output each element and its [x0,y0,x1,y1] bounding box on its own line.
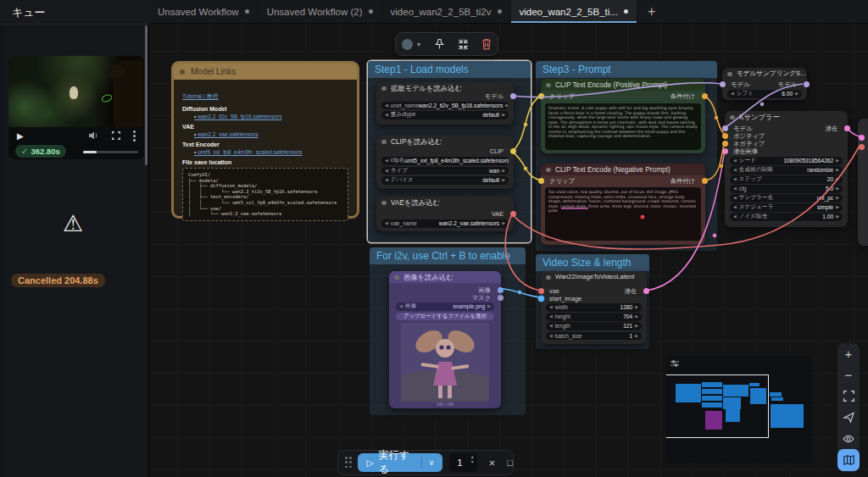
tutorial-links[interactable]: Tutorial | 教程 [182,93,219,99]
new-workflow-button[interactable]: + [637,0,665,23]
decrement-icon[interactable]: ◀ [385,157,388,165]
widget-unet-name[interactable]: ◀ unet_name wan2.2_ti2v_5B_fp16.safetens… [381,102,509,110]
output-dot-image[interactable] [498,287,504,293]
widget-denoise[interactable]: ◀ノイズ除去1.00▶ [730,213,843,221]
clear-queue-icon[interactable]: × [489,457,496,469]
input-dot-start-image[interactable] [538,296,544,302]
increment-icon[interactable]: ▶ [635,303,638,312]
batch-count-input[interactable]: 1 ▲▼ [449,453,476,472]
increment-icon[interactable]: ▶ [836,213,839,221]
input-dot-negative[interactable] [722,141,728,147]
node-load-clip[interactable]: CLIPを読み込む CLIP ◀ clip名 umt5_xxl_fp8_e4m3… [376,136,514,189]
unsaved-dot-icon[interactable] [624,9,628,14]
node-header[interactable]: 画像を読み込む [389,271,501,283]
widget-width[interactable]: ◀width1280▶ [546,303,642,312]
input-dot-positive[interactable] [722,133,728,139]
queue-video-result-card[interactable]: ▶ ✓ 362.80s [8,56,144,159]
node-header[interactable]: Wan22ImageToVideoLatent [541,271,647,283]
unsaved-dot-icon[interactable] [369,9,373,14]
input-dot-latent-image[interactable] [722,148,728,154]
collapse-dot-icon[interactable] [381,140,387,145]
input-dot-vae[interactable] [859,144,865,150]
collapse-dot-icon[interactable] [381,86,387,92]
decrement-icon[interactable]: ◀ [385,219,388,228]
video-seekbar[interactable] [83,151,138,153]
widget-steps[interactable]: ◀ステップ20▶ [730,175,843,184]
output-dot-model[interactable] [804,81,810,87]
collapse-dot-icon[interactable] [546,275,551,280]
node-header[interactable]: CLIP Text Encode (Negative Prompt) [541,164,705,175]
note-node-model-links[interactable]: Model Links Tutorial | 教程 Diffusion Mode… [171,61,359,219]
decrement-icon[interactable]: ◀ [385,176,388,185]
node-header[interactable]: Kサンプラー [725,111,848,123]
decrement-icon[interactable]: ◀ [385,102,388,110]
toggle-link-visibility-button[interactable] [837,428,860,449]
increment-icon[interactable]: ▶ [505,102,509,110]
widget-cfg[interactable]: ◀cfg5.0▶ [730,185,843,193]
input-dot-clip[interactable] [538,178,544,184]
node-header[interactable]: CLIPを読み込む [376,136,514,147]
group-step1-title[interactable]: Step1 - Load models [368,61,531,78]
decrement-icon[interactable]: ◀ [733,185,737,193]
positive-prompt-textarea[interactable]: Dramatic scene. A cute puppy with soft f… [545,103,701,150]
increment-icon[interactable]: ▶ [836,166,839,175]
node-color-picker[interactable]: ▼ [402,39,421,50]
more-options-icon[interactable] [133,130,136,141]
minimap-viewport[interactable] [666,374,769,438]
negative-prompt-textarea[interactable]: Too vivid colors, low quality, blurred, … [545,187,701,241]
collapse-dot-icon[interactable] [727,72,732,77]
widget-image-file[interactable]: ◀ 画像 example.png ▶ [396,302,494,311]
increment-icon[interactable]: ▶ [502,176,505,185]
decrement-icon[interactable]: ◀ [399,302,403,311]
widget-height[interactable]: ◀height704▶ [546,313,642,321]
decrement-icon[interactable]: ◀ [549,332,553,341]
output-dot-conditioning[interactable] [702,178,708,184]
node-clip-text-encode-negative[interactable]: CLIP Text Encode (Negative Prompt) クリップ … [541,164,705,245]
decrement-icon[interactable]: ◀ [549,322,553,330]
stop-icon[interactable]: □ [507,458,513,468]
input-dot-clip[interactable] [538,93,544,99]
play-icon[interactable]: ▶ [17,131,24,141]
fit-view-button[interactable] [837,385,860,407]
node-header[interactable]: VAEを読み込む [376,197,514,208]
output-dot-clip[interactable] [510,148,516,154]
run-button[interactable]: ▷ 実行する ∨ [358,453,442,472]
tab-video-wan2-ti2v[interactable]: video_wan2_2_5B_ti2v [382,0,511,23]
sidebar-scrollbar[interactable] [145,25,147,165]
decrement-icon[interactable]: ◀ [385,111,388,119]
minimap[interactable] [666,356,812,463]
decrement-icon[interactable]: ◀ [733,157,737,165]
increment-icon[interactable]: ▶ [635,332,638,341]
node-header[interactable]: モデルサンプリングS... [722,68,807,80]
decrement-icon[interactable]: ◀ [733,213,737,221]
input-dot-model[interactable] [722,125,728,131]
widget-sampler-name[interactable]: ◀サンプラー名uni_pc▶ [730,194,843,202]
increment-icon[interactable]: ▶ [502,167,505,175]
increment-icon[interactable]: ▶ [836,157,839,165]
node-load-vae[interactable]: VAEを読み込む VAE ◀ vae_name wan2.2_vae.safet… [376,197,514,231]
decrement-icon[interactable]: ◀ [731,90,734,98]
increment-icon[interactable]: ▶ [502,111,505,119]
collapse-dot-icon[interactable] [180,69,185,75]
decrement-icon[interactable]: ◀ [733,203,737,212]
output-dot-mask[interactable] [498,295,504,301]
node-load-image-bypassed[interactable]: 画像を読み込む 画像 マスク ◀ 画像 example.png ▶ アップロード… [389,271,501,408]
video-thumbnail[interactable] [8,56,144,127]
minimap-toggle-button[interactable] [837,449,860,471]
widget-clip-type[interactable]: ◀ タイプ wan ▶ [381,167,509,175]
output-dot-vae[interactable] [510,211,516,217]
collapse-dot-icon[interactable] [546,168,551,173]
tab-video-wan2-active[interactable]: video_wan2_2_5B_ti... [511,0,637,23]
decrement-icon[interactable]: ◀ [385,167,388,175]
note-link-diffusion-model[interactable]: wan2.2_ti2v_5B_fp16.safetensors [194,114,348,119]
increment-icon[interactable]: ▶ [487,302,491,311]
chevron-down-icon[interactable]: ∨ [429,458,435,467]
input-dot-latent[interactable] [859,135,865,141]
note-title-bar[interactable]: Model Links [174,64,357,80]
increment-icon[interactable]: ▶ [836,194,839,202]
widget-clip-name[interactable]: ◀ clip名 umt5_xxl_fp8_e4m3fn_scaled.safet… [381,157,509,165]
upload-file-button[interactable]: アップロードするファイルを選択 [396,313,494,321]
increment-icon[interactable]: ▶ [836,185,839,193]
decrement-icon[interactable]: ◀ [549,313,553,321]
widget-control-after-generate[interactable]: ◀生成後の制御randomize▶ [730,166,843,175]
